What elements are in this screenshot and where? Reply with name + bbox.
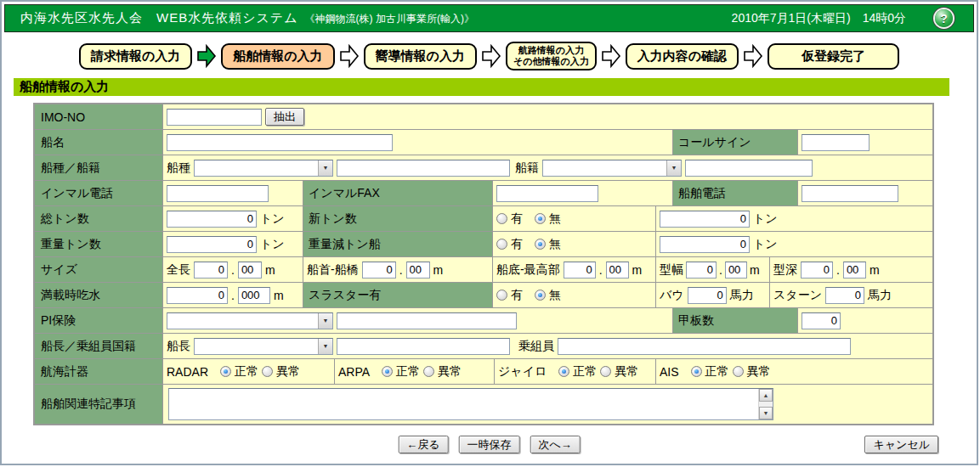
scroll-down-icon[interactable]: ▼ — [759, 407, 773, 419]
step-label: 航路情報の入力 — [513, 45, 589, 56]
deadweight-input[interactable] — [167, 236, 257, 253]
chevron-down-icon[interactable]: ▼ — [318, 160, 332, 176]
abnormal-label[interactable]: 異常 — [615, 364, 638, 380]
gross-tonnage-input[interactable] — [167, 211, 257, 228]
help-icon[interactable]: ? — [935, 9, 953, 27]
new-tonnage-no-radio[interactable] — [535, 213, 546, 224]
arrow-right-icon — [601, 43, 621, 69]
extract-button[interactable]: 抽出 — [265, 108, 304, 126]
remarks-textarea[interactable]: ▲ ▼ — [168, 388, 773, 420]
decks-input[interactable] — [802, 312, 841, 329]
registry-select[interactable]: ▼ — [542, 160, 682, 177]
ais-label: AIS — [660, 365, 679, 379]
bow-bridge-dec-input[interactable] — [406, 262, 430, 279]
normal-label[interactable]: 正常 — [396, 364, 420, 380]
arpa-normal-radio[interactable] — [382, 366, 393, 377]
registry-input[interactable] — [685, 160, 813, 177]
cancel-button[interactable]: キャンセル — [864, 436, 938, 453]
imo-label: IMO-NO — [35, 104, 163, 129]
no-label[interactable]: 無 — [549, 211, 561, 227]
back-button[interactable]: ←戻る — [398, 436, 448, 453]
crew-nationality-input[interactable] — [558, 338, 851, 355]
radar-normal-radio[interactable] — [220, 366, 231, 377]
stern-thruster-input[interactable] — [825, 287, 864, 304]
new-tonnage-yes-radio[interactable] — [496, 213, 507, 224]
normal-label[interactable]: 正常 — [573, 364, 597, 380]
bottom-top-label: 船底-最高部 — [496, 262, 560, 278]
loa-cell: 全長 . m — [163, 257, 303, 282]
reduced-tonnage-no-radio[interactable] — [535, 239, 546, 250]
yes-label[interactable]: 有 — [511, 211, 523, 227]
yes-label[interactable]: 有 — [511, 288, 523, 303]
gyro-normal-radio[interactable] — [558, 366, 569, 377]
ais-abnormal-radio[interactable] — [733, 366, 744, 377]
wizard-step-pilotage: 嚮導情報の入力 — [364, 43, 477, 70]
full-draft-dec-input[interactable] — [238, 287, 270, 304]
full-draft-int-input[interactable] — [167, 287, 228, 304]
arrow-right-icon-green — [196, 43, 217, 69]
temp-save-button[interactable]: 一時保存 — [459, 436, 520, 453]
normal-label[interactable]: 正常 — [705, 364, 729, 380]
ship-tel-input[interactable] — [802, 185, 898, 202]
nav-instruments-label: 航海計器 — [35, 359, 163, 384]
inmarsat-fax-input[interactable] — [496, 185, 598, 202]
thruster-no-radio[interactable] — [535, 290, 546, 301]
no-label[interactable]: 無 — [549, 288, 561, 303]
inmarsat-tel-input[interactable] — [167, 185, 269, 202]
yes-label[interactable]: 有 — [511, 237, 523, 252]
abnormal-label[interactable]: 異常 — [276, 364, 300, 380]
next-button[interactable]: 次へ→ — [530, 436, 581, 453]
depth-dec-input[interactable] — [843, 262, 866, 279]
scroll-up-icon[interactable]: ▲ — [759, 389, 773, 402]
m-unit: m — [274, 289, 284, 302]
reduced-tonnage-input[interactable] — [660, 236, 750, 253]
chevron-down-icon[interactable]: ▼ — [318, 313, 332, 329]
ship-name-input[interactable] — [167, 134, 393, 151]
dot: . — [599, 263, 603, 277]
arrow-right-icon — [339, 43, 360, 69]
pi-insurance-input[interactable] — [337, 312, 517, 329]
captain-nationality-select[interactable]: ▼ — [194, 338, 333, 355]
radar-abnormal-radio[interactable] — [262, 366, 273, 377]
captain-nationality-input[interactable] — [337, 338, 510, 355]
cancel-button-wrap: キャンセル — [864, 436, 938, 453]
abnormal-label[interactable]: 異常 — [438, 364, 462, 380]
ship-name-cell — [163, 130, 673, 155]
gyro-abnormal-radio[interactable] — [600, 366, 611, 377]
no-label[interactable]: 無 — [549, 237, 561, 252]
new-tonnage-input[interactable] — [660, 211, 750, 228]
beam-label: 型幅 — [660, 262, 683, 278]
bottom-top-int-input[interactable] — [564, 262, 596, 279]
footer-buttons: ←戻る 一時保存 次へ→ キャンセル — [2, 436, 977, 456]
crew-label: 乗組員 — [518, 339, 554, 354]
reduced-tonnage-yes-radio[interactable] — [496, 239, 507, 250]
loa-dec-input[interactable] — [238, 262, 262, 279]
thruster-yes-radio[interactable] — [496, 290, 507, 301]
callsign-input[interactable] — [802, 134, 870, 151]
bow-thruster-label: バウ — [660, 288, 684, 303]
normal-label[interactable]: 正常 — [235, 364, 258, 380]
pi-insurance-select[interactable]: ▼ — [167, 312, 333, 329]
chevron-down-icon[interactable]: ▼ — [666, 160, 681, 176]
abnormal-label[interactable]: 異常 — [747, 364, 771, 380]
ais-normal-radio[interactable] — [691, 366, 702, 377]
wizard-steps: 請求情報の入力 船舶情報の入力 嚮導情報の入力 航路情報の入力 その他情報の入力… — [2, 40, 977, 72]
wizard-step-route: 航路情報の入力 その他情報の入力 — [506, 42, 597, 70]
chevron-down-icon[interactable]: ▼ — [318, 339, 332, 354]
ship-type-input[interactable] — [337, 160, 510, 177]
size-label: サイズ — [35, 257, 163, 282]
beam-dec-input[interactable] — [725, 262, 747, 279]
loa-int-input[interactable] — [194, 262, 228, 279]
scrollbar[interactable]: ▲ ▼ — [758, 389, 773, 419]
beam-int-input[interactable] — [686, 262, 717, 279]
bow-thruster-input[interactable] — [688, 287, 727, 304]
row-ship-name: 船名 コールサイン — [35, 130, 932, 155]
bottom-top-dec-input[interactable] — [606, 262, 629, 279]
ship-type-select[interactable]: ▼ — [194, 160, 333, 177]
full-draft-cell: . m — [163, 283, 303, 307]
arpa-abnormal-radio[interactable] — [423, 366, 434, 377]
bow-bridge-int-input[interactable] — [362, 262, 396, 279]
imo-input[interactable] — [167, 109, 262, 126]
step-label: 請求情報の入力 — [91, 48, 180, 63]
depth-int-input[interactable] — [801, 262, 833, 279]
